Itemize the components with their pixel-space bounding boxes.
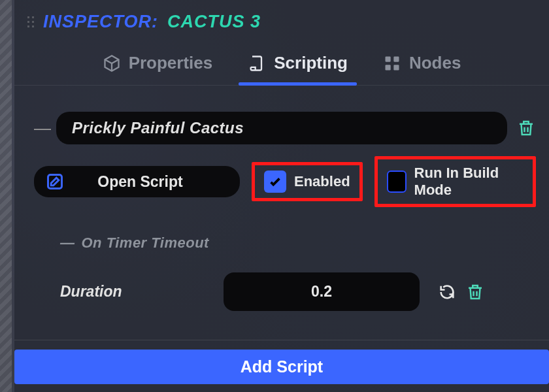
- open-script-label: Open Script: [73, 173, 214, 191]
- open-script-button[interactable]: Open Script: [34, 166, 240, 197]
- delete-script-button[interactable]: [516, 118, 536, 138]
- script-action-row: Open Script Enabled Run In Build Mode: [34, 156, 536, 207]
- inspector-tabs: Properties Scripting Nodes: [14, 48, 549, 86]
- tab-label: Scripting: [274, 53, 348, 73]
- svg-rect-1: [393, 56, 399, 61]
- inspector-title: INSPECTOR:: [43, 12, 158, 32]
- duration-input[interactable]: 0.2: [224, 272, 420, 311]
- cube-icon: [103, 54, 121, 73]
- tab-scripting[interactable]: Scripting: [244, 48, 352, 85]
- script-name-field[interactable]: Prickly Painful Cactus: [56, 112, 507, 144]
- inspector-panel: INSPECTOR: CACTUS 3 Properties Scripting…: [14, 0, 549, 392]
- reset-icon[interactable]: [438, 283, 456, 301]
- collapse-icon: —: [60, 235, 75, 252]
- enabled-group: Enabled: [252, 162, 363, 201]
- add-script-button[interactable]: Add Script: [14, 350, 549, 384]
- svg-rect-0: [385, 56, 390, 61]
- collapse-toggle[interactable]: —: [34, 118, 47, 139]
- tab-nodes[interactable]: Nodes: [379, 48, 465, 85]
- enabled-checkbox[interactable]: [264, 171, 286, 193]
- svg-rect-2: [385, 65, 390, 70]
- inspector-header: INSPECTOR: CACTUS 3: [14, 0, 549, 48]
- timer-section: — On Timer Timeout Duration 0.2: [60, 235, 536, 311]
- section-header[interactable]: — On Timer Timeout: [60, 235, 536, 252]
- tab-label: Properties: [129, 53, 213, 73]
- scripting-body: — Prickly Painful Cactus Open Script Ena…: [14, 86, 549, 392]
- inspector-object-name: CACTUS 3: [167, 12, 261, 32]
- svg-rect-3: [393, 65, 399, 70]
- edit-icon: [46, 172, 64, 191]
- scroll-icon: [248, 54, 266, 73]
- run-build-label: Run In Build Mode: [414, 165, 524, 199]
- run-build-group: Run In Build Mode: [374, 156, 536, 207]
- grid-icon: [383, 54, 401, 73]
- delete-property-button[interactable]: [465, 282, 485, 302]
- drag-grip-icon[interactable]: [27, 16, 34, 27]
- left-ruler-edge: [0, 0, 12, 392]
- section-divider: [14, 340, 549, 340]
- script-header-row: — Prickly Painful Cactus: [34, 112, 536, 144]
- duration-row: Duration 0.2: [60, 272, 536, 311]
- tab-properties[interactable]: Properties: [99, 48, 217, 85]
- duration-actions: [438, 282, 485, 302]
- duration-label: Duration: [60, 283, 210, 301]
- enabled-label: Enabled: [294, 173, 350, 190]
- svg-rect-4: [48, 175, 62, 189]
- section-title: On Timer Timeout: [82, 235, 209, 252]
- tab-label: Nodes: [409, 53, 461, 73]
- run-build-checkbox[interactable]: [387, 171, 407, 193]
